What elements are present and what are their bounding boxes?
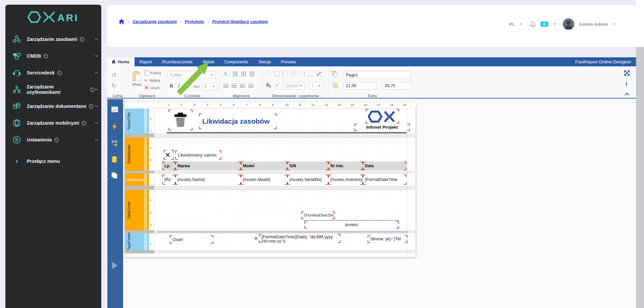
report-tree-icon[interactable] [111, 140, 117, 146]
breadcrumb-link-protoko-y[interactable]: Protokoły [185, 19, 204, 24]
delete-button[interactable]: ✕ Usuń [144, 85, 160, 90]
user-menu-caret-icon[interactable]: ▼ [613, 22, 616, 26]
border-bottom-icon[interactable] [308, 71, 313, 76]
tab-sekcje[interactable]: Sekcje [253, 57, 276, 66]
tab-preview[interactable]: Preview [276, 57, 301, 66]
fill-color-icon[interactable] [265, 82, 271, 88]
copy-button[interactable]: Kopiuj [144, 70, 161, 75]
strikethrough-button[interactable]: abc [193, 84, 200, 89]
chevron-down-icon[interactable] [95, 105, 98, 107]
border-left-icon[interactable] [283, 71, 288, 76]
band-content-dataassets[interactable]: [Ro[Assets.Name][Assets.Model][Assets.Se… [154, 173, 408, 186]
events-icon[interactable] [112, 123, 117, 130]
bell-icon[interactable] [530, 21, 536, 27]
border-width-select[interactable]: 1 ▼ [309, 82, 323, 89]
logo-caption-element[interactable]: Infonet Projekt [354, 124, 410, 131]
band-content-pagefooter[interactable]: Oxari ▦ [FormatDateTime([Date], "dd.MM.y… [154, 233, 408, 250]
report-properties-icon[interactable] [111, 107, 118, 112]
sidebar-item-ustawienia[interactable]: Ustawienia [5, 131, 101, 148]
header-cell-nr-inw[interactable]: Nr inw. [328, 162, 363, 170]
chevron-down-icon[interactable] [95, 88, 98, 90]
cut-button[interactable]: ✂ Wytnij [144, 78, 160, 83]
bring-forward-icon[interactable] [332, 71, 337, 76]
header-cell-lp[interactable]: Lp. [162, 162, 175, 170]
header-cell-data[interactable]: Data [363, 162, 407, 170]
scrollbar-thumb[interactable] [636, 47, 644, 308]
run-report-icon[interactable] [112, 262, 118, 269]
chevron-down-icon[interactable] [95, 139, 98, 141]
border-none-icon[interactable] [266, 71, 271, 76]
breadcrumb-link-zarz-dzanie-zasobami[interactable]: Zarządzanie zasobami [132, 19, 177, 24]
brush-icon[interactable] [274, 82, 280, 88]
tab-rozmieszczenie[interactable]: Rozmieszczenie [157, 57, 198, 66]
chevron-down-icon[interactable] [95, 122, 98, 124]
footer-date-element[interactable]: [FormatDateTin [301, 211, 335, 219]
band-label-reporttitle[interactable]: ReportTitle [125, 109, 149, 133]
redo-icon[interactable]: ↻ [111, 82, 116, 89]
report-page[interactable]: ·1·2·3·4·5·6·7·8·9·10·11·12·13·14·15·16·… [124, 102, 416, 257]
pagefooter-right-element[interactable]: Strona: je] / [Tot [368, 235, 408, 243]
tab-home[interactable]: Home [107, 57, 135, 66]
border-dash-select[interactable]: DashD ▼ [283, 82, 305, 89]
header-cell-model[interactable]: Model [241, 162, 287, 170]
trash-image-element[interactable] [168, 110, 193, 130]
tab-raport[interactable]: Raport [135, 57, 157, 66]
info-icon[interactable]: i [626, 80, 627, 87]
band-content-datafooter[interactable]: [FormatDateTin (podpis) [154, 190, 408, 230]
sidebar-item-servicedesk[interactable]: Servicedesk [5, 64, 101, 81]
band-content-reporttitle[interactable]: Likwidacja zasobów Infonet Projekt [154, 109, 408, 133]
font-family-select[interactable]: Calibri ▼ [168, 71, 216, 79]
breadcrumb-home-link[interactable] [119, 19, 124, 24]
border-inside-icon[interactable] [291, 71, 296, 76]
fullscreen-icon[interactable] [624, 70, 630, 76]
align-center-icon[interactable] [231, 84, 237, 87]
header-cell-nazwa[interactable]: Nazwa [175, 162, 241, 170]
page-name-input[interactable] [343, 71, 411, 79]
report-title-element[interactable]: Likwidacja zasobów [199, 114, 277, 129]
pagefooter-left-element[interactable]: Oxari [170, 235, 213, 244]
signature-label-element[interactable]: (podpis) [304, 221, 399, 229]
paste-button[interactable]: Wklej [131, 71, 142, 86]
align-right-icon[interactable] [240, 84, 245, 87]
sidebar-item-zarz-dzanie-mobilnymi[interactable]: Zarządzanie mobilnymi [5, 115, 101, 131]
font-color-button[interactable]: A [223, 71, 227, 77]
copy-page-icon[interactable] [111, 172, 117, 179]
data-cell-6[interactable]: [FormatDateTime [363, 175, 407, 185]
align-justify-icon[interactable] [248, 84, 254, 87]
table-header-row[interactable]: Lp.NazwaModelS/NNr inw.Data [162, 162, 407, 170]
sidebar-toggle[interactable]: ‹ Przełącz menu [5, 153, 101, 170]
band-label-pagefooter[interactable]: PageFooter [125, 233, 149, 250]
align-left-icon[interactable] [223, 84, 228, 87]
data-cell-4[interactable]: [Assets.SerialNo] [287, 175, 328, 185]
notification-caret-icon[interactable]: ▼ [553, 22, 556, 26]
underline-button[interactable]: U [186, 83, 189, 89]
collapse-ribbon-icon[interactable] [624, 93, 630, 96]
band-content-dataheader[interactable]: ✕ Likwidowany zakres Lp.NazwaModelS/NNr … [154, 137, 408, 171]
pagefooter-center-element[interactable]: [FormatDateTime([Date], "dd.MM.yyyy HH:m… [259, 234, 340, 243]
chevron-down-icon[interactable] [95, 38, 98, 40]
page-height-input[interactable] [382, 82, 411, 89]
user-name[interactable]: Admin Admin [579, 22, 608, 27]
font-size-select[interactable]: 5 ▼ [202, 83, 217, 90]
chevron-down-icon[interactable] [95, 55, 98, 57]
breadcrumb-link-protok-likwidacji-zasob-w[interactable]: Protokół likwidacji zasobów [212, 19, 268, 24]
page-width-input[interactable] [343, 82, 377, 89]
title-separator-line[interactable] [167, 132, 407, 133]
send-backward-icon[interactable] [332, 82, 337, 87]
tab-components[interactable]: Components [219, 57, 253, 66]
border-right-icon[interactable] [300, 71, 305, 76]
band-label-dataassets[interactable]: DataAssets [125, 173, 149, 186]
border-all-icon[interactable] [274, 71, 279, 76]
data-cell-1[interactable]: [Ro [162, 175, 175, 185]
sidebar-item-cmdb[interactable]: CMDB [5, 48, 101, 64]
bold-button[interactable]: B [170, 83, 173, 89]
tab-widok[interactable]: Widok [198, 57, 219, 66]
align-bottom-icon[interactable] [250, 71, 255, 76]
data-cell-2[interactable]: [Assets.Name] [175, 175, 241, 185]
sidebar-item-zarz-dzanie-u-ytkownikami[interactable]: Zarządzanie użytkownikami [5, 81, 101, 98]
align-top-icon[interactable] [233, 71, 238, 76]
data-cell-5[interactable]: [Assets.InventoryNo [328, 175, 363, 185]
chevron-down-icon[interactable] [95, 72, 98, 74]
data-source-icon[interactable] [111, 156, 117, 163]
band-label-dataheader[interactable]: DataHeader [125, 137, 149, 171]
